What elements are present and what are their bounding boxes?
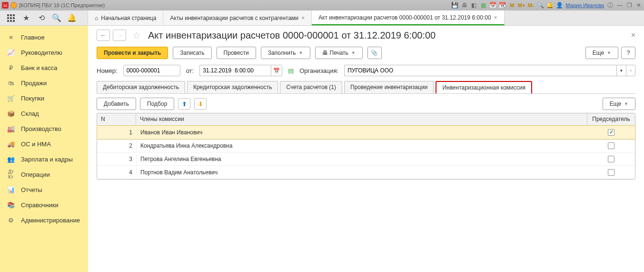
cell-chair: ✓ [587,127,635,138]
calc-icon[interactable]: ▦ [480,2,487,9]
compare-icon[interactable]: ◧ [471,2,477,9]
search-icon[interactable]: 🔍 [52,14,61,22]
sidebar-item-hr[interactable]: 👥Зарплата и кадры [0,151,88,167]
table-row[interactable]: 4 Портнов Вадим Анатольевич [97,166,635,179]
org-label: Организация: [299,67,338,74]
minimize-icon[interactable]: — [616,2,623,9]
chair-checkbox[interactable] [608,169,614,176]
content-area: ← → ☆ Акт инвентаризации расчетов 0000-0… [88,26,644,272]
sidebar-item-production[interactable]: 🏭Производство [0,121,88,136]
nav-tab-list[interactable]: Акты инвентаризации расчетов с контраген… [163,10,312,25]
table-row[interactable]: 1 Иванов Иван Иванович ✓ [97,126,635,139]
col-member[interactable]: Члены комиссии [136,113,587,125]
window-title: [КОПИЯ] ПБУ 18 (1С:Предприятие) [19,2,105,8]
date-label: от: [186,67,194,74]
user-name[interactable]: Мария Иванова [566,2,604,8]
attachments-button[interactable]: 📎 [367,47,382,59]
col-chair[interactable]: Председатель [587,113,635,125]
tab-conduct[interactable]: Проведение инвентаризации [344,81,434,93]
sidebar-item-assets[interactable]: 🚚ОС и НМА [0,136,88,151]
m-icon[interactable]: M [509,2,515,9]
more-button[interactable]: Еще▼ [585,47,618,59]
chevron-down-icon: ▼ [607,50,611,55]
calendar-icon[interactable]: 📅 [490,2,496,9]
history-icon[interactable]: ⟲ [37,14,46,22]
post-close-button[interactable]: Провести и закрыть [97,47,168,59]
bell-icon[interactable]: 🔔 [68,14,76,22]
tab-close-icon[interactable]: × [301,15,305,21]
org-open-button[interactable]: ▫ [626,65,635,76]
sidebar-item-admin[interactable]: ⚙Администрирование [0,212,88,228]
follow-icon[interactable]: 🔔 [547,2,554,9]
nav-tab-home[interactable]: ⌂ Начальная страница [88,10,163,25]
maximize-icon[interactable]: ❐ [626,2,633,9]
user-icon: 👤 [556,2,563,9]
org-input[interactable] [344,65,616,76]
sidebar-item-main[interactable]: ≡Главное [0,30,88,45]
m-minus-icon[interactable]: M- [528,2,535,9]
svg-rect-8 [13,20,15,22]
move-down-button[interactable]: ⬇ [194,98,207,110]
cell-n: 1 [97,127,136,138]
sidebar-item-sales[interactable]: 🛍Продажи [0,75,88,91]
favorite-button[interactable]: ☆ [131,30,142,41]
bag-icon: 🛍 [7,79,15,87]
tab-commission[interactable]: Инвентаризационная комиссия [436,81,532,93]
chair-checkbox[interactable]: ✓ [608,129,614,136]
tab-creditors[interactable]: Кредиторская задолженность [187,81,278,93]
org-dropdown-button[interactable]: ▾ [616,65,626,76]
svg-rect-7 [10,20,12,22]
sidebar-item-refs[interactable]: 📚Справочники [0,197,88,212]
sidebar-item-reports[interactable]: 📊Отчеты [0,182,88,197]
bars-icon: 📊 [7,185,15,194]
tab-debtors[interactable]: Дебиторская задолженность [97,81,185,93]
table-more-button[interactable]: Еще▼ [603,98,635,110]
sidebar-item-purchases[interactable]: 🛒Покупки [0,91,88,106]
sidebar-item-operations[interactable]: ДтКтОперации [0,167,88,182]
commission-table: N Члены комиссии Председатель 1 Иванов И… [97,113,635,180]
calendar-button[interactable]: 📅 [271,65,282,76]
forward-button[interactable]: → [113,30,126,41]
tab-accounts[interactable]: Счета расчетов (1) [280,81,342,93]
book-icon: 📚 [7,201,15,209]
table-row[interactable]: 2 Кондратьева Инна Александровна [97,139,635,152]
date-icon[interactable]: 📆 [499,2,506,9]
back-button[interactable]: ← [97,30,110,41]
chevron-down-icon: ▼ [351,50,356,55]
table-row[interactable]: 3 Петрова Ангелина Евгеньевна [97,152,635,166]
help-button[interactable]: ? [621,47,635,59]
sidebar-item-bank[interactable]: ₽Банк и касса [0,60,88,75]
close-doc-icon[interactable]: × [631,31,635,40]
cell-chair [587,167,635,178]
apps-icon[interactable] [7,14,15,22]
nav-tab-doc[interactable]: Акт инвентаризации расчетов 0000-000001 … [312,10,505,25]
cell-chair [587,141,635,151]
cell-name: Портнов Вадим Анатольевич [136,167,587,178]
tab-close-icon[interactable]: × [494,14,497,21]
print-button[interactable]: 🖶Печать▼ [315,47,363,59]
fill-button[interactable]: Заполнить▼ [261,47,310,59]
zoom-icon[interactable]: 🔍 [537,2,544,9]
move-up-button[interactable]: ⬆ [178,98,190,110]
sidebar-item-warehouse[interactable]: 📦Склад [0,106,88,121]
pick-button[interactable]: Подбор [140,98,174,110]
add-button[interactable]: Добавить [97,98,136,110]
save-button[interactable]: Записать [173,47,211,59]
info-icon[interactable]: ⓘ [607,2,614,9]
svg-rect-6 [7,20,9,22]
svg-rect-3 [7,17,9,19]
date-input[interactable] [199,65,271,76]
posted-icon: ▤ [288,67,294,74]
print-icon[interactable]: 🖶 [461,2,468,9]
close-window-icon[interactable]: ✕ [635,2,642,9]
sidebar-item-manager[interactable]: 📈Руководителю [0,45,88,60]
post-button[interactable]: Провести [217,47,256,59]
col-n[interactable]: N [97,113,136,125]
chair-checkbox[interactable] [608,142,614,149]
number-input[interactable] [123,65,180,76]
chair-checkbox[interactable] [608,156,614,162]
save-icon[interactable]: 💾 [452,2,458,9]
m-plus-icon[interactable]: M+ [518,2,525,9]
nav-tab-label: Акт инвентаризации расчетов 0000-000001 … [318,14,491,21]
star-icon[interactable]: ★ [22,14,30,22]
